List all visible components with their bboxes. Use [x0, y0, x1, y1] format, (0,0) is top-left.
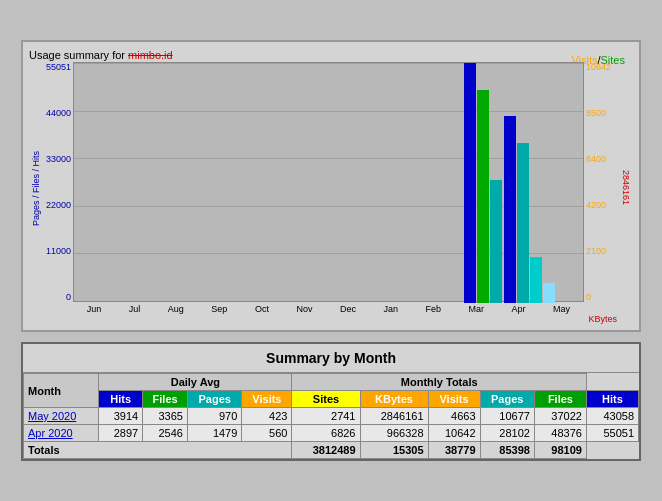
x-jul: Jul	[129, 304, 141, 314]
bar-apr-pages	[490, 180, 502, 303]
td-month-may[interactable]: May 2020	[24, 408, 99, 425]
sites-label: Sites	[601, 54, 625, 66]
y-right-bottom: 0	[586, 292, 591, 302]
main-container: Usage summary for mimbo.id Visits/Sites …	[11, 30, 651, 471]
x-jan: Jan	[383, 304, 398, 314]
site-name: mimbo.id	[128, 49, 173, 61]
td-apr-files: 2546	[143, 425, 188, 442]
chart-area	[73, 62, 584, 302]
th-files: Files	[143, 391, 188, 408]
y-left-mid4: 11000	[46, 246, 71, 256]
table-row-may: May 2020 3914 3365 970 423 2741 2846161 …	[24, 408, 639, 425]
td-apr-monthly-visits: 10642	[428, 425, 480, 442]
th-visits2: Visits	[428, 391, 480, 408]
td-totals-visits: 15305	[360, 442, 428, 459]
y-axis-right-label: 2846161	[619, 62, 633, 314]
td-may-hits: 3914	[99, 408, 143, 425]
y-right-mid1: 8500	[586, 108, 606, 118]
td-apr-monthly-files: 48376	[534, 425, 586, 442]
td-may-visits: 423	[242, 408, 292, 425]
y-axis-left-label: Pages / Files / Hits	[29, 62, 41, 314]
x-feb: Feb	[426, 304, 442, 314]
td-totals-files: 85398	[480, 442, 534, 459]
chart-title: Usage summary for mimbo.id	[29, 49, 173, 61]
x-sep: Sep	[211, 304, 227, 314]
x-oct: Oct	[255, 304, 269, 314]
td-totals-pages: 38779	[428, 442, 480, 459]
bar-apr-hits	[464, 63, 476, 303]
table-title: Summary by Month	[23, 344, 639, 373]
x-dec: Dec	[340, 304, 356, 314]
td-apr-visits: 560	[242, 425, 292, 442]
td-month-apr[interactable]: Apr 2020	[24, 425, 99, 442]
th-hits2: Hits	[586, 391, 638, 408]
x-mar: Mar	[469, 304, 485, 314]
y-left-top: 55051	[46, 62, 71, 72]
kbytes-label-text: KBytes	[588, 314, 617, 324]
td-may-monthly-hits: 43058	[586, 408, 638, 425]
td-may-monthly-visits: 4663	[428, 408, 480, 425]
kbytes-bottom-label: KBytes	[29, 314, 617, 324]
summary-table: Month Daily Avg Monthly Totals Hits File…	[23, 373, 639, 459]
th-daily-avg: Daily Avg	[99, 374, 292, 391]
td-apr-monthly-hits: 55051	[586, 425, 638, 442]
x-may: May	[553, 304, 570, 314]
th-pages: Pages	[187, 391, 241, 408]
th-sites: Sites	[292, 391, 360, 408]
x-aug: Aug	[168, 304, 184, 314]
bar-apr-files	[477, 90, 489, 303]
td-may-monthly-files: 37022	[534, 408, 586, 425]
bar-may-files	[517, 143, 529, 303]
td-apr-monthly-pages: 28102	[480, 425, 534, 442]
x-jun: Jun	[87, 304, 102, 314]
kbytes-axis-label: 2846161	[621, 170, 631, 205]
td-apr-pages: 1479	[187, 425, 241, 442]
bar-may-hits	[504, 116, 516, 303]
bar-may-visits	[543, 283, 555, 303]
td-apr-sites: 6826	[292, 425, 360, 442]
chart-title-prefix: Usage summary for	[29, 49, 128, 61]
td-apr-kbytes: 966328	[360, 425, 428, 442]
y-left-mid1: 44000	[46, 108, 71, 118]
x-nov: Nov	[296, 304, 312, 314]
y-right-mid4: 2100	[586, 246, 606, 256]
bar-may-pages	[530, 257, 542, 303]
th-hits: Hits	[99, 391, 143, 408]
y-left-mid3: 22000	[46, 200, 71, 210]
table-row-totals: Totals 3812489 15305 38779 85398 98109	[24, 442, 639, 459]
y-axis-text: Pages / Files / Hits	[31, 150, 41, 225]
th-pages2: Pages	[480, 391, 534, 408]
td-may-sites: 2741	[292, 408, 360, 425]
th-month: Month	[24, 374, 99, 408]
chart-svg	[74, 63, 583, 303]
table-row-apr: Apr 2020 2897 2546 1479 560 6826 966328 …	[24, 425, 639, 442]
td-totals-hits: 98109	[534, 442, 586, 459]
th-visits: Visits	[242, 391, 292, 408]
y-left-bottom: 0	[66, 292, 71, 302]
y-right-mid3: 4200	[586, 200, 606, 210]
td-may-pages: 970	[187, 408, 241, 425]
x-axis: Jun Jul Aug Sep Oct Nov Dec Jan Feb Mar …	[73, 302, 584, 314]
td-totals-kbytes: 3812489	[292, 442, 360, 459]
x-apr: Apr	[512, 304, 526, 314]
td-apr-hits: 2897	[99, 425, 143, 442]
td-totals-label: Totals	[24, 442, 292, 459]
chart-container: Usage summary for mimbo.id Visits/Sites …	[21, 40, 641, 332]
td-may-monthly-pages: 10677	[480, 408, 534, 425]
th-files2: Files	[534, 391, 586, 408]
y-right-mid2: 6400	[586, 154, 606, 164]
td-may-kbytes: 2846161	[360, 408, 428, 425]
y-left-mid2: 33000	[46, 154, 71, 164]
th-monthly-totals: Monthly Totals	[292, 374, 586, 391]
th-kbytes: KBytes	[360, 391, 428, 408]
td-may-files: 3365	[143, 408, 188, 425]
table-container: Summary by Month Month Daily Avg Monthly…	[21, 342, 641, 461]
